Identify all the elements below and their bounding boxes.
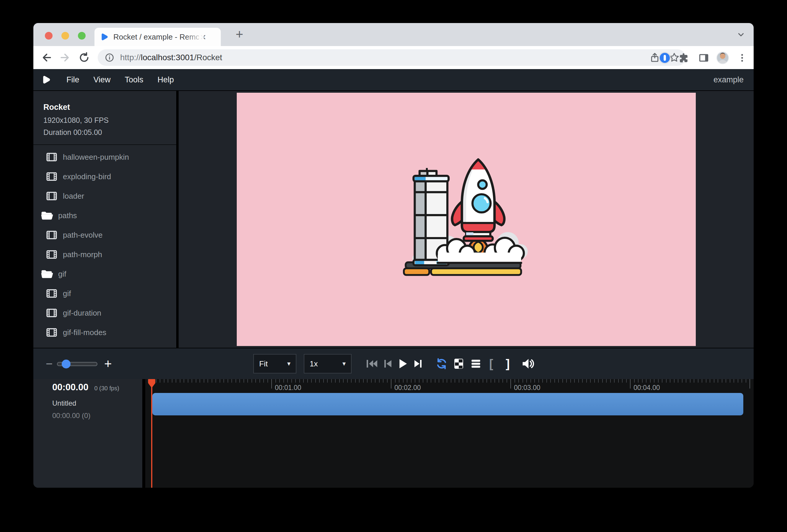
size-dropdown-value: Fit — [259, 359, 268, 368]
desktop-background: Rocket / example - Remotion Pr × + — [0, 0, 787, 532]
ruler-tick — [331, 379, 332, 383]
ruler-tick — [196, 379, 196, 383]
forward-icon[interactable] — [59, 51, 72, 64]
sidebar-item-exploding-bird[interactable]: exploding-bird — [34, 167, 176, 186]
size-dropdown[interactable]: Fit ▾ — [253, 354, 296, 374]
ruler-tick — [295, 379, 296, 383]
ruler-tick — [164, 379, 165, 383]
ruler-tick — [231, 379, 232, 383]
new-tab-button[interactable]: + — [232, 26, 247, 42]
ruler-tick — [646, 379, 646, 383]
minimize-window-button[interactable] — [61, 32, 69, 40]
compositions-sidebar: Rocket 1920x1080, 30 FPS Duration 00:05.… — [34, 91, 176, 348]
address-bar[interactable]: http://localhost:3001/Rocket — [98, 49, 686, 66]
ruler-tick — [638, 379, 639, 383]
ruler-tick — [335, 379, 336, 383]
onepassword-extension-icon[interactable] — [658, 51, 672, 65]
sidebar-item-label: loader — [63, 192, 84, 201]
sidebar-item-loader[interactable]: loader — [34, 186, 176, 206]
ruler-tick — [487, 379, 487, 383]
sidebar-item-label: path-evolve — [63, 231, 102, 240]
ruler-tick — [678, 379, 678, 383]
ruler-tick — [471, 379, 471, 383]
menu-tools[interactable]: Tools — [118, 75, 151, 84]
browser-tab[interactable]: Rocket / example - Remotion Pr × — [94, 28, 221, 46]
ruler-tick — [355, 379, 356, 383]
player-area — [178, 91, 753, 348]
sidebar-item-path-morph[interactable]: path-morph — [34, 245, 176, 264]
site-info-icon[interactable] — [104, 52, 115, 63]
ruler-tick — [510, 379, 511, 388]
remotion-logo-icon[interactable] — [41, 75, 51, 85]
ruler-tick — [275, 379, 276, 383]
in-point-button[interactable]: [ — [484, 357, 498, 370]
ruler-tick — [463, 379, 463, 383]
url-text[interactable]: http://localhost:3001/Rocket — [120, 53, 222, 62]
play-button[interactable] — [396, 357, 409, 370]
loop-toggle-icon[interactable] — [435, 357, 448, 370]
ruler-tick — [423, 379, 423, 383]
ruler-tick — [475, 379, 475, 383]
side-panel-icon[interactable] — [697, 51, 710, 65]
ruler-tick — [686, 379, 686, 383]
menu-view[interactable]: View — [86, 75, 118, 84]
next-frame-button[interactable] — [411, 357, 425, 370]
ruler-tick — [439, 379, 439, 383]
profile-avatar[interactable] — [716, 51, 729, 65]
ruler-tick — [523, 379, 523, 383]
preview-canvas[interactable] — [237, 93, 696, 346]
extensions-puzzle-icon[interactable] — [677, 51, 690, 65]
ruler-tick — [451, 379, 451, 383]
menu-help[interactable]: Help — [151, 75, 181, 84]
ruler-tick — [710, 379, 710, 383]
timeline-tracks[interactable]: 00:01.0000:02.0000:03.0000:04.00 — [145, 379, 753, 488]
previous-frame-button[interactable] — [381, 357, 395, 370]
sidebar-item-halloween-pumpkin[interactable]: halloween-pumpkin — [34, 147, 176, 167]
ruler-tick — [698, 379, 698, 383]
tab-title-fade — [185, 28, 204, 46]
zoom-slider-knob[interactable] — [62, 360, 70, 368]
film-icon — [45, 171, 58, 183]
ruler-tick — [347, 379, 348, 383]
back-icon[interactable] — [40, 51, 53, 64]
ruler-tick — [494, 379, 495, 383]
menu-file[interactable]: File — [59, 75, 86, 84]
volume-icon[interactable] — [521, 357, 535, 370]
tab-search-chevron-icon[interactable] — [737, 30, 745, 39]
ruler-tick — [602, 379, 603, 383]
sidebar-item-gif-duration[interactable]: gif-duration — [34, 303, 176, 323]
sidebar-item-paths[interactable]: paths — [34, 206, 176, 225]
timeline-divider — [142, 379, 145, 488]
close-window-button[interactable] — [45, 32, 52, 40]
fullscreen-window-button[interactable] — [78, 32, 86, 40]
zoom-slider[interactable] — [57, 362, 98, 366]
playhead-line[interactable] — [151, 379, 152, 488]
playhead-marker[interactable] — [148, 379, 155, 388]
ruler-tick — [184, 379, 184, 383]
zoom-out-button[interactable]: − — [46, 348, 52, 379]
timeline-info-panel: 00:00.00 0 (30 fps) Untitled 00:00.00 (0… — [34, 379, 142, 488]
sidebar-item-gif[interactable]: gif — [34, 264, 176, 284]
transparency-checkerboard-icon[interactable] — [452, 357, 466, 370]
ruler-tick — [566, 379, 567, 383]
ruler-tick — [690, 379, 690, 383]
sidebar-divider[interactable] — [176, 91, 178, 348]
player-controls-bar: − + Fit ▾ 1x ▾ — [34, 348, 753, 379]
ruler-tick — [299, 379, 300, 383]
browser-menu-kebab-icon[interactable] — [735, 51, 749, 65]
playback-speed-dropdown[interactable]: 1x ▾ — [304, 354, 352, 374]
ruler-tick — [259, 379, 260, 383]
zoom-in-button[interactable]: + — [104, 348, 112, 379]
ruler-tick — [491, 379, 491, 383]
ruler-tick — [311, 379, 312, 383]
timeline-rows-icon[interactable] — [469, 357, 483, 370]
ruler-tick — [435, 379, 435, 383]
reload-icon[interactable] — [78, 51, 91, 64]
out-point-button[interactable]: ] — [501, 357, 514, 370]
sidebar-item-path-evolve[interactable]: path-evolve — [34, 225, 176, 245]
timeline-track-bar[interactable] — [152, 393, 743, 416]
jump-to-start-button[interactable] — [366, 357, 379, 370]
sidebar-item-gif[interactable]: gif — [34, 284, 176, 303]
sidebar-item-gif-fill-modes[interactable]: gif-fill-modes — [34, 323, 176, 342]
sidebar-item-label: gif — [58, 270, 66, 279]
